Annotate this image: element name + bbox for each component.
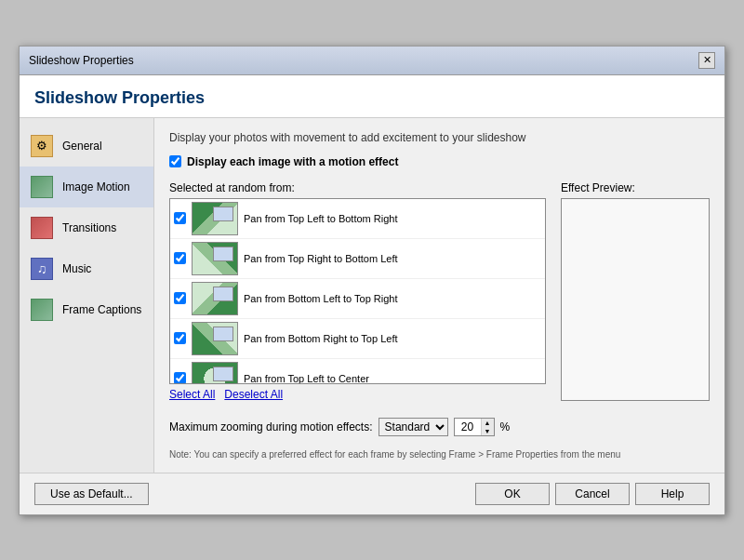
effect-item-3[interactable]: Pan from Bottom Right to Top Left [170,319,545,359]
effect-item-1[interactable]: Pan from Top Right to Bottom Left [170,239,545,279]
preview-label: Effect Preview: [561,181,710,194]
dialog-window: Slideshow Properties ✕ Slideshow Propert… [19,46,725,515]
links-row: Select All Deselect All [169,388,546,401]
effect-thumb-0 [192,202,238,235]
sidebar-label-music: Music [62,262,91,275]
use-default-button[interactable]: Use as Default... [34,483,149,505]
dialog-title: Slideshow Properties [34,88,710,108]
close-button[interactable]: ✕ [698,52,715,69]
effect-checkbox-2[interactable] [174,292,186,304]
two-col-layout: Selected at random from: Pan from Top Le… [169,181,710,401]
sidebar-item-music[interactable]: ♫ Music [20,248,153,289]
content-area: ⚙ General Image Motion Transitions ♫ [20,118,724,473]
effect-name-1: Pan from Top Right to Bottom Left [244,253,541,264]
footer-right-buttons: OK Cancel Help [475,483,710,505]
ok-button[interactable]: OK [475,483,550,505]
dialog-footer: Use as Default... OK Cancel Help [20,473,724,514]
effect-name-2: Pan from Bottom Left to Top Right [244,293,541,304]
select-all-link[interactable]: Select All [169,388,215,401]
effect-thumb-1 [192,242,238,275]
effect-item-4[interactable]: Pan from Top Left to Center [170,359,545,384]
effect-thumb-2 [192,282,238,315]
sidebar-label-general: General [62,140,102,153]
sidebar-label-transitions: Transitions [62,221,116,234]
effects-list[interactable]: Pan from Top Left to Bottom Right Pan fr… [169,198,546,384]
sidebar-item-frame-captions[interactable]: Frame Captions [20,289,153,330]
effect-checkbox-3[interactable] [174,332,186,344]
spin-up-button[interactable]: ▲ [481,419,494,427]
help-button[interactable]: Help [635,483,710,505]
sidebar-item-image-motion[interactable]: Image Motion [20,167,153,207]
sidebar-item-transitions[interactable]: Transitions [20,207,153,248]
motion-effect-checkbox[interactable] [169,155,181,167]
zoom-value-input[interactable] [455,420,481,434]
cancel-button[interactable]: Cancel [555,483,630,505]
sidebar-label-image-motion: Image Motion [62,180,130,193]
sidebar-label-frame-captions: Frame Captions [62,303,141,316]
deselect-all-link[interactable]: Deselect All [224,388,283,401]
effect-thumb-4 [192,362,238,384]
effect-name-3: Pan from Bottom Right to Top Left [244,333,541,344]
preview-col: Effect Preview: [561,181,710,401]
effect-name-4: Pan from Top Left to Center [244,373,541,384]
title-bar-text: Slideshow Properties [29,54,134,67]
image-motion-icon [29,174,55,200]
zoom-label: Maximum zooming during motion effects: [169,420,373,433]
note-text: Note: You can specify a preferred effect… [169,449,710,460]
motion-effect-row: Display each image with a motion effect [169,155,710,168]
dialog-header: Slideshow Properties [20,75,724,118]
sidebar-item-general[interactable]: ⚙ General [20,126,153,167]
spin-down-button[interactable]: ▼ [481,427,494,435]
captions-icon [29,297,55,323]
transitions-icon [29,215,55,241]
effect-checkbox-4[interactable] [174,372,186,384]
music-icon: ♫ [29,256,55,282]
effect-item-0[interactable]: Pan from Top Left to Bottom Right [170,199,545,239]
zoom-row: Maximum zooming during motion effects: S… [169,418,710,436]
title-bar: Slideshow Properties ✕ [20,47,724,75]
effect-name-0: Pan from Top Left to Bottom Right [244,213,541,224]
main-panel: Display your photos with movement to add… [154,118,724,473]
sidebar: ⚙ General Image Motion Transitions ♫ [20,118,154,473]
subtitle-text: Display your photos with movement to add… [169,131,710,144]
effects-list-col: Selected at random from: Pan from Top Le… [169,181,546,401]
spin-buttons: ▲ ▼ [481,419,494,435]
preview-box [561,198,710,401]
selected-from-label: Selected at random from: [169,181,546,194]
zoom-unit: % [500,420,511,433]
effect-checkbox-0[interactable] [174,212,186,224]
zoom-spinner[interactable]: ▲ ▼ [454,418,495,436]
effect-checkbox-1[interactable] [174,252,186,264]
effect-item-2[interactable]: Pan from Bottom Left to Top Right [170,279,545,319]
effect-thumb-3 [192,322,238,355]
motion-effect-label: Display each image with a motion effect [187,155,398,168]
zoom-select[interactable]: Standard [379,418,448,436]
general-icon: ⚙ [29,133,55,159]
